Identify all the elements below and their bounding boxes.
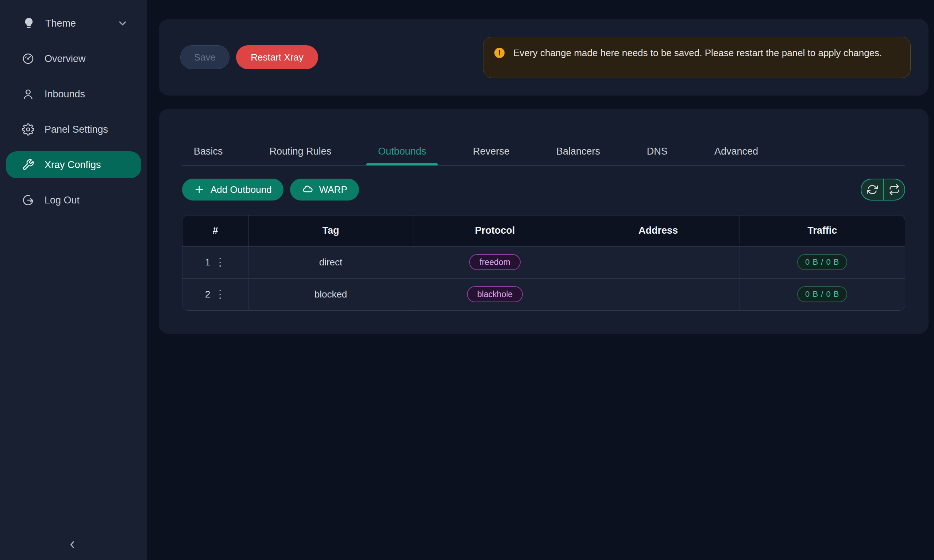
toolbar-buttons: Save Restart Xray (180, 45, 318, 69)
table-tools-group (861, 178, 905, 200)
tab-dns[interactable]: DNS (635, 138, 679, 165)
tag-cell: blocked (248, 278, 413, 310)
col-header-tag: Tag (248, 215, 413, 246)
protocol-badge: blackhole (467, 286, 523, 302)
warning-icon: ! (494, 48, 505, 58)
repeat-icon (889, 184, 900, 195)
theme-label: Theme (45, 18, 117, 29)
outbounds-table: # Tag Protocol Address Traffic 1 ⋮ (182, 215, 905, 311)
tab-advanced[interactable]: Advanced (703, 138, 770, 165)
tab-basics[interactable]: Basics (182, 138, 234, 165)
config-tabs: Basics Routing Rules Outbounds Reverse B… (182, 109, 905, 166)
sidebar: Theme Overview (0, 0, 147, 560)
col-header-address: Address (577, 215, 740, 246)
lightbulb-icon (23, 17, 35, 29)
wrench-icon (22, 158, 34, 171)
alert-message: Every change made here needs to be saved… (513, 45, 882, 60)
sidebar-item-label: Inbounds (45, 89, 85, 100)
cloud-icon (302, 184, 313, 195)
sidebar-item-label: Xray Configs (45, 159, 101, 171)
logout-icon (22, 194, 34, 206)
chevron-down-icon (117, 18, 128, 29)
col-header-protocol: Protocol (413, 215, 577, 246)
warp-button[interactable]: WARP (290, 178, 359, 200)
traffic-badge: 0 B / 0 B (797, 286, 847, 302)
table-row: 1 ⋮ direct freedom 0 B / 0 B (182, 246, 905, 278)
table-row: 2 ⋮ blocked blackhole 0 B / 0 B (182, 278, 905, 310)
outbounds-actions-row: Add Outbound WARP (182, 178, 905, 200)
restart-warning-alert: ! Every change made here needs to be sav… (483, 37, 911, 78)
row-index: 2 (205, 289, 210, 300)
table-header-row: # Tag Protocol Address Traffic (182, 215, 905, 246)
sidebar-item-label: Overview (45, 53, 86, 65)
row-index: 1 (205, 257, 210, 268)
xray-config-card: Basics Routing Rules Outbounds Reverse B… (159, 109, 929, 334)
restart-xray-button[interactable]: Restart Xray (236, 45, 318, 69)
gear-icon (22, 123, 34, 135)
plus-icon (194, 184, 205, 195)
col-header-traffic: Traffic (740, 215, 905, 246)
sidebar-item-inbounds[interactable]: Inbounds (6, 81, 141, 108)
tab-balancers[interactable]: Balancers (545, 138, 612, 165)
sidebar-item-panel-settings[interactable]: Panel Settings (6, 116, 141, 143)
tag-cell: direct (248, 246, 413, 278)
address-cell (577, 246, 740, 278)
add-outbound-button[interactable]: Add Outbound (182, 178, 284, 200)
refresh-icon (867, 184, 878, 195)
save-button[interactable]: Save (180, 45, 230, 69)
main-content: Save Restart Xray ! Every change made he… (147, 0, 934, 560)
sidebar-collapse-button[interactable] (62, 534, 82, 555)
protocol-badge: freedom (469, 254, 520, 270)
chevron-left-icon (66, 539, 78, 551)
sidebar-menu: Overview Inbounds Panel Settings (0, 45, 147, 214)
theme-selector[interactable]: Theme (23, 12, 128, 34)
col-header-index: # (182, 215, 248, 246)
tab-reverse[interactable]: Reverse (461, 138, 521, 165)
sidebar-item-overview[interactable]: Overview (6, 45, 141, 72)
gauge-icon (22, 52, 34, 65)
row-menu-button[interactable]: ⋮ (214, 289, 225, 300)
refresh-button[interactable] (862, 179, 883, 200)
warp-label: WARP (319, 184, 347, 195)
toolbar-card: Save Restart Xray ! Every change made he… (159, 19, 929, 95)
sidebar-item-logout[interactable]: Log Out (6, 187, 141, 214)
sidebar-item-xray-configs[interactable]: Xray Configs (6, 151, 141, 178)
user-icon (22, 88, 34, 100)
sidebar-item-label: Log Out (45, 195, 80, 206)
sidebar-item-label: Panel Settings (45, 124, 108, 135)
reset-traffic-button[interactable] (883, 179, 905, 200)
add-outbound-label: Add Outbound (211, 184, 272, 195)
row-menu-button[interactable]: ⋮ (214, 257, 225, 268)
address-cell (577, 278, 740, 310)
tab-outbounds[interactable]: Outbounds (366, 138, 438, 165)
traffic-badge: 0 B / 0 B (797, 254, 847, 270)
tab-routing-rules[interactable]: Routing Rules (258, 138, 343, 165)
